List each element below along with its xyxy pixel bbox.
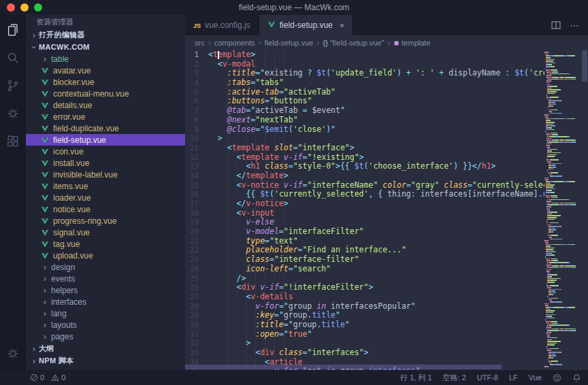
code-text: <div class="interfaces"> bbox=[208, 348, 369, 358]
code-line[interactable]: 19 v-else bbox=[185, 218, 544, 227]
warning-count[interactable]: 0 bbox=[51, 373, 65, 382]
files-icon[interactable] bbox=[5, 22, 21, 38]
vue-file-icon bbox=[41, 124, 49, 133]
code-line[interactable]: 18 <v-input bbox=[185, 209, 544, 218]
error-count[interactable]: 0 bbox=[30, 373, 44, 382]
outline-section[interactable]: 大纲 bbox=[26, 342, 185, 354]
tab-field-setup.vue[interactable]: field-setup.vue× bbox=[259, 15, 354, 35]
tree-item-details.vue[interactable]: details.vue bbox=[26, 99, 185, 111]
tree-item-design[interactable]: design bbox=[26, 261, 185, 273]
close-window-button[interactable] bbox=[7, 3, 15, 12]
tree-item-table[interactable]: table bbox=[26, 53, 185, 65]
code-line[interactable]: 15 <v-notice v-if="interfaceName" color=… bbox=[185, 181, 544, 190]
search-icon[interactable] bbox=[5, 50, 21, 66]
tree-item-layouts[interactable]: layouts bbox=[26, 319, 185, 331]
status-item[interactable]: 空格: 2 bbox=[443, 373, 466, 383]
tree-item-tag.vue[interactable]: tag.vue bbox=[26, 238, 185, 250]
js-file-icon: JS bbox=[193, 20, 201, 30]
code-line[interactable]: 23 class="interface-filter" bbox=[185, 255, 544, 265]
code-line[interactable]: 6 :buttons="buttons" bbox=[185, 97, 544, 106]
code-line[interactable]: 26 <div v-if="!interfaceFilter"> bbox=[185, 283, 544, 292]
tree-item-upload.vue[interactable]: upload.vue bbox=[26, 250, 185, 261]
extensions-icon[interactable] bbox=[5, 133, 21, 150]
code-line[interactable]: 2 <v-modal bbox=[185, 60, 544, 69]
code-line[interactable]: 24 icon-left="search" bbox=[185, 265, 544, 274]
code-line[interactable]: 7 @tab="activeTab = $event" bbox=[185, 106, 544, 116]
vertical-scrollbar[interactable] bbox=[581, 50, 588, 370]
breadcrumb-item[interactable]: template bbox=[393, 39, 430, 47]
zoom-window-button[interactable] bbox=[34, 3, 42, 12]
tree-item-lang[interactable]: lang bbox=[26, 307, 185, 319]
code-line[interactable]: 14 </template> bbox=[185, 171, 544, 181]
code-editor[interactable]: 1<template>2 <v-modal3 :title="existing … bbox=[185, 50, 544, 370]
tree-item-avatar.vue[interactable]: avatar.vue bbox=[26, 65, 185, 76]
tree-item-notice.vue[interactable]: notice.vue bbox=[26, 203, 185, 215]
code-line[interactable]: 5 :active-tab="activeTab" bbox=[185, 88, 544, 97]
code-line[interactable]: 10 > bbox=[185, 134, 544, 144]
code-line[interactable]: 32 > bbox=[185, 339, 544, 348]
more-actions-icon[interactable]: ⋯ bbox=[570, 20, 580, 31]
tree-item-items.vue[interactable]: items.vue bbox=[26, 180, 185, 192]
horizontal-scrollbar[interactable] bbox=[185, 365, 502, 369]
tree-item-helpers[interactable]: helpers bbox=[26, 284, 185, 296]
tree-item-interfaces[interactable]: interfaces bbox=[26, 296, 185, 307]
source-control-icon[interactable] bbox=[5, 78, 21, 94]
code-line[interactable]: 1<template> bbox=[185, 50, 544, 60]
minimize-window-button[interactable] bbox=[20, 3, 29, 12]
code-line[interactable]: 13 <h1 class="style-0">{{ $t('choose_int… bbox=[185, 162, 544, 171]
close-tab-icon[interactable]: × bbox=[340, 20, 345, 31]
status-item[interactable]: UTF-8 bbox=[477, 373, 498, 382]
code-line[interactable]: 22 placeholder="Find an interface..." bbox=[185, 246, 544, 255]
breadcrumb-item[interactable]: components bbox=[214, 39, 255, 47]
code-line[interactable]: 25 /> bbox=[185, 274, 544, 284]
code-line[interactable]: 8 @next="nextTab" bbox=[185, 116, 544, 125]
code-line[interactable]: 29 :key="group.title" bbox=[185, 311, 544, 320]
npm-scripts-section[interactable]: NPM 脚本 bbox=[26, 354, 185, 367]
split-editor-icon[interactable] bbox=[551, 20, 561, 31]
status-item[interactable]: LF bbox=[509, 373, 518, 382]
code-line[interactable]: 21 type="text" bbox=[185, 237, 544, 246]
tree-item-contextual-menu.vue[interactable]: contextual-menu.vue bbox=[26, 88, 185, 99]
tree-item-install.vue[interactable]: install.vue bbox=[26, 157, 185, 169]
status-item[interactable]: 行 1, 列 1 bbox=[400, 373, 431, 383]
code-line[interactable]: 31 :open="true" bbox=[185, 330, 544, 339]
open-editors-section[interactable]: 打开的编辑器 bbox=[26, 29, 185, 41]
minimap[interactable] bbox=[544, 50, 581, 370]
code-line[interactable]: 4 :tabs="tabs" bbox=[185, 78, 544, 88]
status-item[interactable]: Vue bbox=[529, 373, 542, 382]
code-line[interactable]: 3 :title="existing ? $t('update_field') … bbox=[185, 69, 544, 78]
tree-item-signal.vue[interactable]: signal.vue bbox=[26, 227, 185, 238]
tree-item-icon.vue[interactable]: icon.vue bbox=[26, 146, 185, 157]
settings-gear-icon[interactable] bbox=[5, 346, 21, 362]
feedback-smiley-icon[interactable] bbox=[553, 373, 561, 382]
breadcrumb-item[interactable]: src bbox=[195, 39, 205, 47]
tree-item-pages[interactable]: pages bbox=[26, 331, 185, 342]
code-line[interactable]: 30 :title="group.title" bbox=[185, 320, 544, 330]
breadcrumb-item[interactable]: field-setup.vue bbox=[265, 39, 314, 47]
tree-item-field-duplicate.vue[interactable]: field-duplicate.vue bbox=[26, 122, 185, 134]
tree-item-invisible-label.vue[interactable]: invisible-label.vue bbox=[26, 169, 185, 180]
tree-item-blocker.vue[interactable]: blocker.vue bbox=[26, 76, 185, 88]
code-line[interactable]: 28 v-for="group in interfacesPopular" bbox=[185, 302, 544, 312]
problems-indicator[interactable]: 00 bbox=[30, 373, 65, 382]
tree-item-events[interactable]: events bbox=[26, 273, 185, 284]
code-line[interactable]: 20 v-model="interfaceFilter" bbox=[185, 227, 544, 237]
tree-item-error.vue[interactable]: error.vue bbox=[26, 111, 185, 122]
tab-vue.config.js[interactable]: JSvue.config.js bbox=[185, 15, 259, 35]
tree-item-progress-ring.vue[interactable]: progress-ring.vue bbox=[26, 215, 185, 227]
debug-gear-icon[interactable] bbox=[5, 105, 21, 122]
code-line[interactable]: 16 {{ $t('currently_selected', { thing: … bbox=[185, 190, 544, 199]
code-line[interactable]: 17 </v-notice> bbox=[185, 199, 544, 209]
bell-icon[interactable] bbox=[572, 373, 581, 382]
code-line[interactable]: 27 <v-details bbox=[185, 292, 544, 302]
code-line[interactable]: 9 @close="$emit('close')" bbox=[185, 125, 544, 135]
code-text: placeholder="Find an interface..." bbox=[208, 246, 406, 255]
code-line[interactable]: 11 <template slot="interface"> bbox=[185, 144, 544, 153]
tree-item-field-setup.vue[interactable]: field-setup.vue bbox=[26, 134, 185, 146]
workspace-section[interactable]: MACWK.COM bbox=[26, 41, 185, 53]
code-line[interactable]: 12 <template v-if="!existing"> bbox=[185, 153, 544, 163]
code-line[interactable]: 33 <div class="interfaces"> bbox=[185, 348, 544, 358]
tree-item-loader.vue[interactable]: loader.vue bbox=[26, 192, 185, 203]
scrollbar-thumb[interactable] bbox=[582, 50, 587, 82]
breadcrumb-item[interactable]: {}"field-setup.vue" bbox=[323, 39, 384, 47]
